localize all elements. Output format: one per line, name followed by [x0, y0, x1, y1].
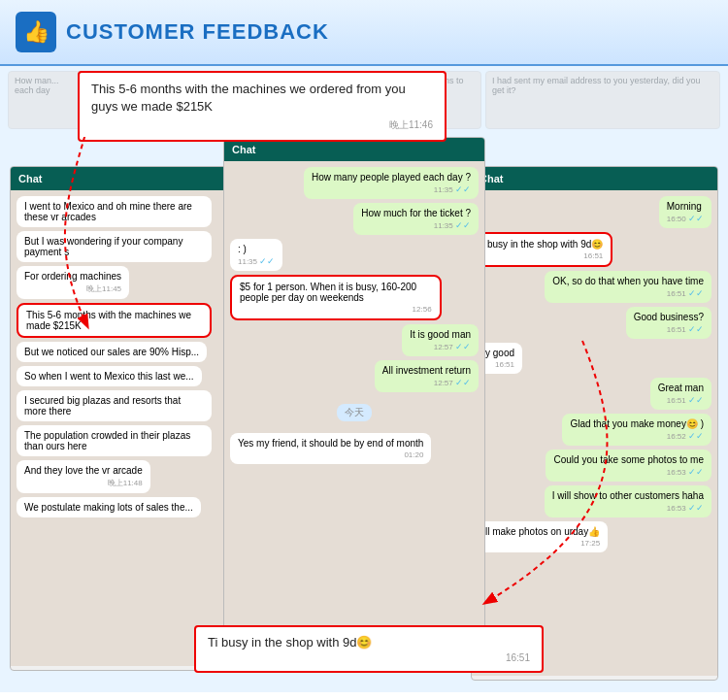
list-item: And they love the vr arcade 晚上11:48: [17, 460, 246, 493]
list-item: So when I went to Mexico this last we...: [17, 366, 246, 386]
list-item: For ordering machines 晚上11:45: [17, 266, 246, 299]
thumbs-up-icon: 👍: [16, 12, 56, 52]
list-item: It is good man 12:57 ✓✓: [230, 324, 479, 356]
middle-chat-panel: Chat How many people played each day ? 1…: [223, 137, 485, 661]
list-item: ll make photos on urday👍 17:25: [478, 521, 711, 552]
bg-msg-3: I had sent my email address to you yeste…: [485, 71, 720, 129]
list-item: I secured big plazas and resorts that mo…: [17, 390, 246, 421]
highlight-top-text: This 5-6 months with the machines we ord…: [91, 82, 406, 114]
highlight-box-bottom: Ti busy in the shop with 9d😊 16:51: [194, 625, 544, 673]
content-area: How man...each day I went to Mexico and …: [0, 66, 728, 692]
list-item: Yes my friend, it should be by end of mo…: [230, 433, 479, 464]
list-item: How many people played each day ? 11:35 …: [230, 167, 479, 199]
highlight-bottom-text: Ti busy in the shop with 9d😊: [208, 635, 372, 650]
list-item: How much for the ticket ? 11:35 ✓✓: [230, 203, 479, 235]
list-item: The population crowded in their plazas t…: [17, 425, 246, 456]
list-item: All investment return 12:57 ✓✓: [230, 360, 479, 392]
left-chat-panel: Chat I went to Mexico and oh mine there …: [10, 166, 252, 671]
list-item-highlighted: This 5-6 months with the machines we mad…: [17, 303, 246, 338]
list-item-highlighted: $5 for 1 person. When it is busy, 160-20…: [230, 275, 479, 320]
right-chat-header: Chat: [472, 167, 717, 190]
header: 👍 CUSTOMER FEEDBACK: [0, 0, 728, 66]
list-item: Glad that you make money😊 ) 16:52 ✓✓: [478, 414, 711, 446]
list-item: Morning 16:50 ✓✓: [478, 196, 711, 228]
list-item: Great man 16:51 ✓✓: [478, 378, 711, 410]
right-chat-panel: Chat Morning 16:50 ✓✓ busy in the shop w…: [471, 166, 718, 681]
chats-container: Chat I went to Mexico and oh mine there …: [10, 137, 718, 700]
highlight-box-top: This 5-6 months with the machines we ord…: [78, 71, 447, 142]
list-item: I went to Mexico and oh mine there are t…: [17, 196, 246, 227]
list-item: Good business? 16:51 ✓✓: [478, 307, 711, 339]
left-chat-body: I went to Mexico and oh mine there are t…: [11, 190, 251, 666]
list-item: We postulate making lots of sales the...: [17, 497, 246, 517]
page-title: CUSTOMER FEEDBACK: [66, 19, 329, 45]
list-item: OK, so do that when you have time 16:51 …: [478, 271, 711, 303]
right-chat-body: Morning 16:50 ✓✓ busy in the shop with 9…: [472, 190, 717, 676]
list-item: Could you take some photos to me 16:53 ✓…: [478, 450, 711, 482]
list-item: But we noticed our sales are 90% Hisp...: [17, 342, 246, 362]
day-divider: 今天: [230, 398, 479, 427]
list-item: I will show to other customers haha 16:5…: [478, 485, 711, 517]
middle-chat-body: How many people played each day ? 11:35 …: [224, 161, 484, 656]
highlight-top-time: 晚上11:46: [91, 118, 433, 132]
list-item-highlighted: busy in the shop with 9d😊 16:51: [478, 232, 711, 267]
list-item: : ) 11:35 ✓✓: [230, 239, 479, 271]
highlight-bottom-time: 16:51: [208, 652, 530, 663]
left-chat-header: Chat: [11, 167, 251, 190]
list-item: y good 16:51: [478, 343, 711, 374]
list-item: But I was wondering if your company paym…: [17, 231, 246, 262]
